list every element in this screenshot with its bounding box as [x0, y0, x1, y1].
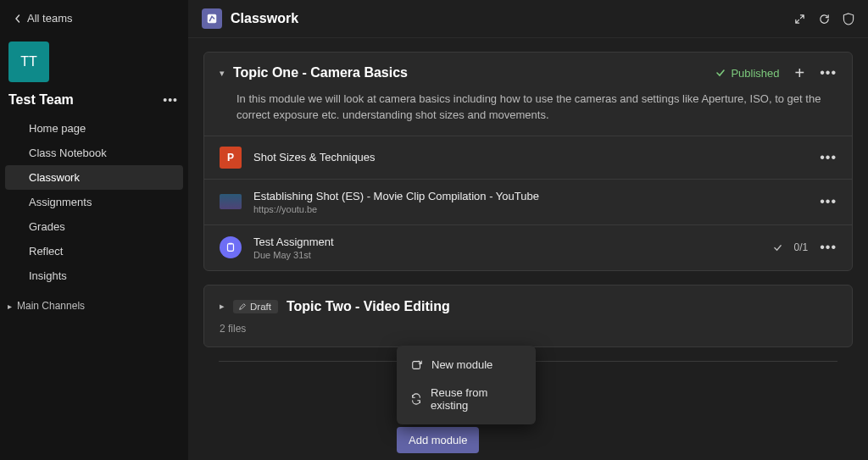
assignment-meta: 0/1: [773, 241, 809, 253]
resource-subtitle: https://youtu.be: [253, 204, 808, 214]
classwork-app-icon: [202, 8, 222, 29]
all-teams-label: All teams: [27, 12, 72, 25]
chevron-right-icon: ▸: [5, 302, 14, 311]
add-module-menu: New module Reuse from existing: [397, 346, 536, 424]
new-module-icon: [410, 359, 423, 371]
expand-icon[interactable]: [793, 13, 806, 25]
check-icon: [715, 68, 726, 78]
resource-more-icon[interactable]: •••: [820, 150, 837, 165]
menu-item-label: New module: [431, 358, 492, 371]
module-items: P Shot Sizes & Techniques ••• Establishi…: [204, 136, 852, 270]
module-header: ▾ Topic One - Camera Basics Published + …: [204, 53, 852, 88]
resource-row-youtube[interactable]: Establishing Shot (ES) - Movie Clip Comp…: [204, 179, 852, 224]
reuse-icon: [410, 393, 422, 405]
resource-row-ppt[interactable]: P Shot Sizes & Techniques •••: [204, 136, 852, 179]
resource-title: Establishing Shot (ES) - Movie Clip Comp…: [253, 190, 808, 202]
module-file-count: 2 files: [204, 319, 852, 346]
powerpoint-icon: P: [220, 147, 242, 169]
module-title[interactable]: Topic Two - Video Editing: [287, 299, 837, 314]
tab-title: Classwork: [231, 11, 298, 26]
module-card-topic-one: ▾ Topic One - Camera Basics Published + …: [203, 52, 853, 271]
resource-row-assignment[interactable]: Test Assignment Due May 31st 0/1 •••: [204, 224, 852, 270]
caret-down-icon[interactable]: ▾: [220, 68, 225, 79]
shield-icon[interactable]: [843, 13, 854, 25]
assignment-icon: [220, 236, 242, 258]
sidebar-item-reflect[interactable]: Reflect: [5, 239, 183, 263]
menu-item-reuse[interactable]: Reuse from existing: [397, 379, 536, 419]
sidebar-item-insights[interactable]: Insights: [5, 263, 183, 288]
status-label: Published: [731, 67, 779, 80]
team-name: Test Team: [8, 92, 74, 108]
sidebar-channels-toggle[interactable]: ▸ Main Channels: [0, 288, 188, 319]
resource-title: Shot Sizes & Techniques: [253, 151, 808, 163]
team-avatar[interactable]: TT: [8, 42, 49, 82]
status-published: Published: [715, 67, 779, 80]
all-teams-link[interactable]: All teams: [0, 3, 188, 36]
team-avatar-initials: TT: [20, 54, 37, 69]
tab-actions: [793, 13, 854, 25]
pencil-icon: [238, 302, 247, 311]
add-module-label: Add module: [409, 434, 467, 446]
resource-more-icon[interactable]: •••: [820, 240, 837, 255]
draft-badge: Draft: [233, 300, 278, 313]
refresh-icon[interactable]: [818, 13, 831, 25]
tab-header: Classwork: [188, 0, 868, 38]
sidebar-channels-label: Main Channels: [17, 300, 85, 312]
sidebar: All teams TT Test Team ••• Home page Cla…: [0, 0, 188, 460]
menu-item-new-module[interactable]: New module: [397, 351, 536, 379]
check-icon: [773, 243, 782, 252]
module-title[interactable]: Topic One - Camera Basics: [233, 65, 707, 80]
sidebar-item-classwork[interactable]: Classwork: [5, 165, 183, 190]
caret-right-icon[interactable]: ▸: [220, 301, 225, 312]
svg-rect-2: [412, 361, 420, 369]
sidebar-nav: Home page Class Notebook Classwork Assig…: [0, 116, 188, 288]
resource-subtitle: Due May 31st: [253, 250, 761, 260]
module-card-topic-two: ▸ Draft Topic Two - Video Editing 2 file…: [203, 285, 853, 347]
menu-item-label: Reuse from existing: [431, 386, 522, 412]
add-resource-button[interactable]: +: [795, 64, 805, 81]
module-description: In this module we will look at camera ba…: [204, 88, 852, 136]
team-header-row: Test Team •••: [0, 92, 188, 116]
svg-rect-0: [208, 14, 217, 24]
sidebar-item-grades[interactable]: Grades: [5, 214, 183, 239]
module-header: ▸ Draft Topic Two - Video Editing: [204, 285, 852, 319]
svg-rect-1: [228, 244, 234, 252]
youtube-thumbnail-icon: [220, 191, 242, 213]
sidebar-item-notebook[interactable]: Class Notebook: [5, 141, 183, 165]
add-module-button[interactable]: Add module: [397, 427, 479, 453]
assignment-progress: 0/1: [794, 241, 809, 253]
sidebar-item-home[interactable]: Home page: [5, 116, 183, 141]
draft-label: Draft: [250, 302, 271, 312]
main-area: Classwork ▾ Topic One - Camera Basic: [188, 0, 868, 460]
resource-more-icon[interactable]: •••: [820, 194, 837, 209]
team-more-icon[interactable]: •••: [163, 93, 178, 107]
module-more-icon[interactable]: •••: [820, 65, 837, 80]
sidebar-item-assignments[interactable]: Assignments: [5, 190, 183, 214]
resource-title: Test Assignment: [253, 236, 761, 248]
chevron-left-icon: [14, 14, 22, 23]
